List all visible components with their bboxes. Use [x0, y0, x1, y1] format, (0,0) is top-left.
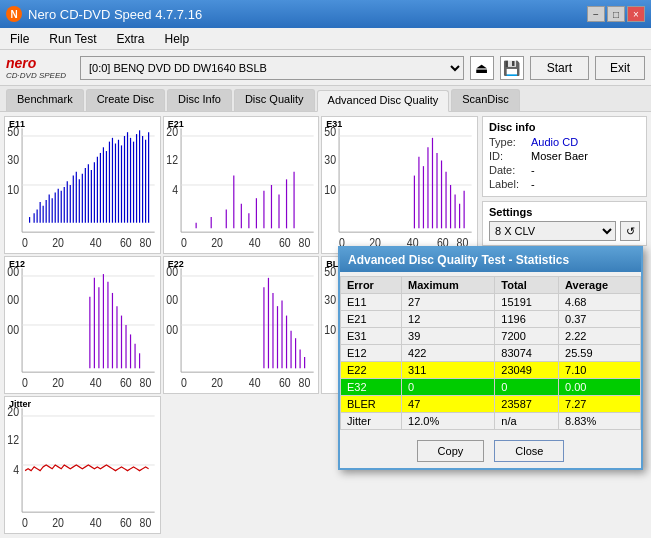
title-bar: N Nero CD-DVD Speed 4.7.7.16 − □ × [0, 0, 651, 28]
id-value: Moser Baer [531, 150, 588, 162]
speed-selector[interactable]: 8 X CLV [489, 221, 616, 241]
stats-cell-error: E22 [341, 362, 402, 379]
chart-e12: E12 500 300 100 0 20 40 60 80 [4, 256, 161, 394]
menu-extra[interactable]: Extra [110, 30, 150, 48]
stats-cell-average: 7.27 [559, 396, 641, 413]
svg-text:0: 0 [181, 375, 187, 390]
svg-text:300: 300 [7, 292, 19, 307]
stats-cell-total: 23049 [495, 362, 559, 379]
svg-text:4: 4 [13, 462, 19, 477]
svg-text:20: 20 [211, 235, 223, 250]
stats-cell-error: E21 [341, 311, 402, 328]
stats-cell-maximum: 12.0% [402, 413, 495, 430]
svg-text:80: 80 [140, 375, 152, 390]
stats-cell-average: 2.22 [559, 328, 641, 345]
stats-cell-total: 83074 [495, 345, 559, 362]
start-button[interactable]: Start [530, 56, 589, 80]
svg-text:30: 30 [325, 292, 337, 307]
svg-text:60: 60 [120, 375, 132, 390]
stats-row: BLER47235877.27 [341, 396, 641, 413]
nero-logo: nero CD·DVD SPEED [6, 55, 66, 80]
menu-bar: File Run Test Extra Help [0, 28, 651, 50]
stats-cell-total: n/a [495, 413, 559, 430]
stats-cell-error: E12 [341, 345, 402, 362]
label-value: - [531, 178, 535, 190]
stats-cell-total: 0 [495, 379, 559, 396]
close-button[interactable]: Close [494, 440, 564, 462]
svg-text:100: 100 [7, 322, 19, 337]
chart-e22-title: E22 [168, 259, 184, 269]
close-button[interactable]: × [627, 6, 645, 22]
stats-cell-average: 25.59 [559, 345, 641, 362]
stats-row: E211211960.37 [341, 311, 641, 328]
stats-table: Error Maximum Total Average E1127151914.… [340, 276, 641, 430]
svg-text:12: 12 [166, 152, 178, 167]
svg-text:40: 40 [249, 235, 261, 250]
stats-row: E124228307425.59 [341, 345, 641, 362]
stats-cell-maximum: 422 [402, 345, 495, 362]
tab-disc-quality[interactable]: Disc Quality [234, 89, 315, 111]
tab-create-disc[interactable]: Create Disc [86, 89, 165, 111]
stats-cell-maximum: 311 [402, 362, 495, 379]
stats-cell-error: E31 [341, 328, 402, 345]
exit-button[interactable]: Exit [595, 56, 645, 80]
stats-cell-total: 1196 [495, 311, 559, 328]
svg-text:80: 80 [298, 235, 310, 250]
label-label: Label: [489, 178, 527, 190]
svg-text:12: 12 [7, 432, 19, 447]
menu-run-test[interactable]: Run Test [43, 30, 102, 48]
eject-icon[interactable]: ⏏ [470, 56, 494, 80]
svg-text:60: 60 [120, 515, 132, 530]
tab-scan-disc[interactable]: ScanDisc [451, 89, 519, 111]
chart-e21: E21 20 12 4 0 20 40 60 80 [163, 116, 320, 254]
save-icon[interactable]: 💾 [500, 56, 524, 80]
stats-cell-error: BLER [341, 396, 402, 413]
app-title: Nero CD-DVD Speed 4.7.7.16 [28, 7, 202, 22]
tabs-bar: Benchmark Create Disc Disc Info Disc Qua… [0, 86, 651, 112]
maximize-button[interactable]: □ [607, 6, 625, 22]
stats-cell-maximum: 0 [402, 379, 495, 396]
date-value: - [531, 164, 535, 176]
stats-row: E1127151914.68 [341, 294, 641, 311]
tab-advanced-disc-quality[interactable]: Advanced Disc Quality [317, 90, 450, 112]
svg-text:60: 60 [279, 235, 291, 250]
window-controls: − □ × [587, 6, 645, 22]
settings-title: Settings [489, 206, 640, 218]
svg-text:0: 0 [22, 235, 28, 250]
chart-jitter-title: Jitter [9, 399, 31, 409]
chart-e11: E11 50 30 10 0 20 40 60 80 [4, 116, 161, 254]
menu-help[interactable]: Help [159, 30, 196, 48]
svg-text:10: 10 [7, 182, 19, 197]
svg-text:30: 30 [7, 152, 19, 167]
drive-selector[interactable]: [0:0] BENQ DVD DD DW1640 BSLB [80, 56, 464, 80]
chart-e31-title: E31 [326, 119, 342, 129]
copy-button[interactable]: Copy [417, 440, 485, 462]
svg-text:10: 10 [325, 322, 337, 337]
svg-text:20: 20 [52, 235, 64, 250]
date-label: Date: [489, 164, 527, 176]
chart-e11-title: E11 [9, 119, 25, 129]
svg-text:80: 80 [140, 235, 152, 250]
menu-file[interactable]: File [4, 30, 35, 48]
stats-cell-maximum: 47 [402, 396, 495, 413]
svg-text:100: 100 [166, 322, 178, 337]
chart-e12-title: E12 [9, 259, 25, 269]
stats-cell-average: 8.83% [559, 413, 641, 430]
stats-cell-total: 7200 [495, 328, 559, 345]
stats-cell-maximum: 27 [402, 294, 495, 311]
svg-text:4: 4 [172, 182, 178, 197]
type-value: Audio CD [531, 136, 578, 148]
svg-text:60: 60 [120, 235, 132, 250]
settings-refresh-icon[interactable]: ↺ [620, 221, 640, 241]
chart-e31: E31 50 30 10 0 20 40 60 80 [321, 116, 478, 254]
svg-text:30: 30 [325, 152, 337, 167]
chart-e21-title: E21 [168, 119, 184, 129]
tab-benchmark[interactable]: Benchmark [6, 89, 84, 111]
minimize-button[interactable]: − [587, 6, 605, 22]
tab-disc-info[interactable]: Disc Info [167, 89, 232, 111]
svg-text:10: 10 [325, 182, 337, 197]
svg-text:20: 20 [52, 515, 64, 530]
svg-text:40: 40 [90, 235, 102, 250]
id-label: ID: [489, 150, 527, 162]
stats-row: E22311230497.10 [341, 362, 641, 379]
